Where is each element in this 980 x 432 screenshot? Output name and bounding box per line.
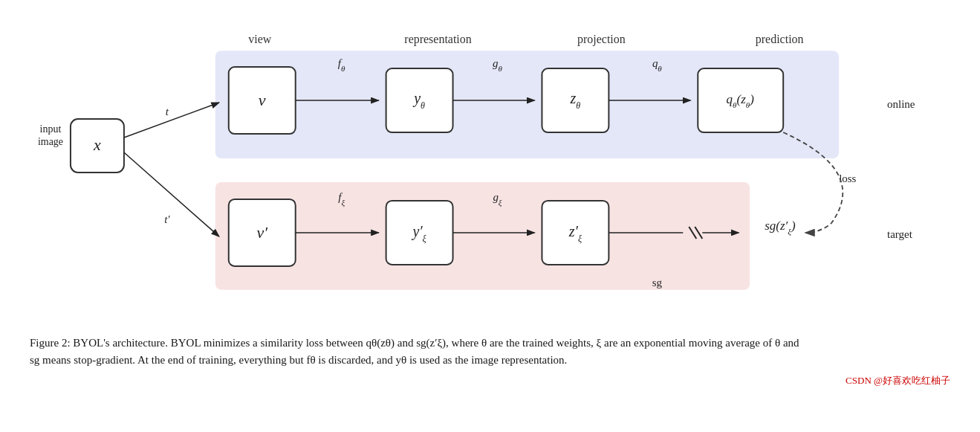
caption-text: Figure 2: BYOL's architecture. BYOL mini… (30, 337, 799, 366)
online-label: online (887, 98, 915, 110)
watermark-text: CSDN @好喜欢吃红柚子 (846, 375, 950, 386)
target-label: target (887, 228, 913, 240)
arrow-x-to-v (124, 103, 219, 138)
tprime-label: t′ (164, 213, 170, 225)
caption: Figure 2: BYOL's architecture. BYOL mini… (30, 335, 810, 370)
x-label: x (93, 135, 101, 154)
input-image-label2: image (38, 136, 63, 147)
view-label: view (248, 33, 272, 45)
sgzxiprime-label: sg(z′ξ) (765, 219, 796, 236)
v-label: v (259, 91, 266, 109)
projection-label: projection (577, 33, 626, 46)
representation-label: representation (404, 33, 471, 46)
loss-label: loss (839, 173, 856, 184)
input-image-label: input (40, 123, 62, 135)
prediction-label: prediction (756, 33, 804, 46)
t-label: t (166, 106, 169, 117)
watermark: CSDN @好喜欢吃红柚子 (22, 374, 958, 387)
diagram-area: view representation projection predictio… (22, 15, 958, 327)
sg-label: sg (652, 277, 663, 288)
arrow-x-to-vprime (124, 152, 219, 236)
vprime-label: v′ (256, 223, 268, 242)
